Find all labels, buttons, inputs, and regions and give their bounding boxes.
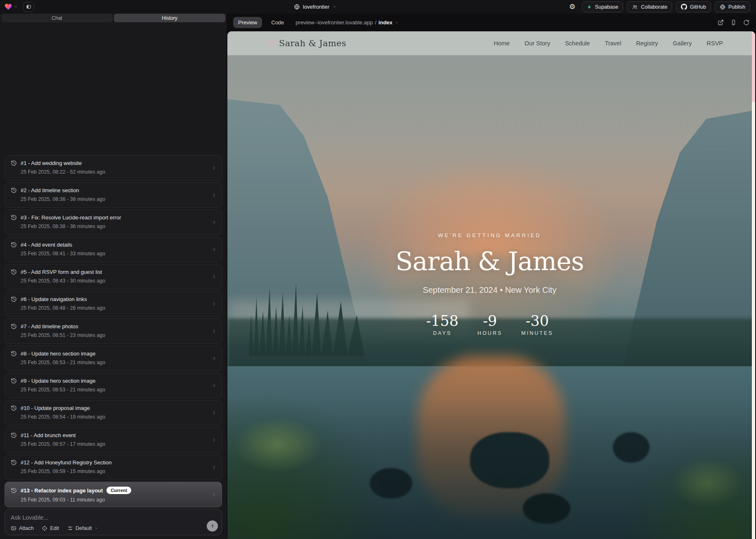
site-nav-link[interactable]: Registry <box>636 40 658 47</box>
panel-left-icon <box>26 4 31 10</box>
topbar-left-cluster <box>0 2 34 12</box>
history-item-title: #12 - Add Honeyfund Registry Section <box>21 459 111 466</box>
chevron-down-icon <box>395 21 399 25</box>
composer: Ask Lovable... Attach Edit Default <box>5 509 222 535</box>
open-in-new-tab-button[interactable] <box>718 19 724 26</box>
supabase-button[interactable]: Supabase <box>582 1 623 12</box>
site-nav-link[interactable]: Home <box>494 40 510 47</box>
history-clock-icon <box>11 296 17 302</box>
history-item[interactable]: #4 - Add event details 25 Feb 2025, 08:4… <box>5 237 222 262</box>
history-item-title: #4 - Add event details <box>21 242 72 248</box>
publish-button[interactable]: Publish <box>715 1 750 12</box>
edit-label: Edit <box>50 525 59 531</box>
site-header: Sarah & James HomeOur StoryScheduleTrave… <box>227 31 752 55</box>
preview-toolbar: Preview Code preview--lovefrontier.lovab… <box>227 14 756 31</box>
settings-button[interactable]: ⚙ <box>567 2 578 12</box>
history-clock-icon <box>11 269 17 275</box>
chevron-right-icon <box>211 192 217 198</box>
history-item[interactable]: #13 - Refactor index page layoutCurrent … <box>5 482 222 507</box>
history-item-timestamp: 25 Feb 2025, 09:03 - 11 minutes ago <box>21 497 207 503</box>
history-item[interactable]: #1 - Add wedding website 25 Feb 2025, 08… <box>5 155 222 181</box>
history-item[interactable]: #10 - Update proposal image 25 Feb 2025,… <box>5 400 222 426</box>
countdown-unit: -30MINUTES <box>521 314 553 336</box>
site-nav: HomeOur StoryScheduleTravelRegistryGalle… <box>494 40 723 47</box>
preview-scrollbar-thumb[interactable] <box>752 32 755 102</box>
refresh-button[interactable] <box>743 19 749 26</box>
history-clock-icon <box>11 323 17 330</box>
countdown-unit: -9HOURS <box>477 314 502 336</box>
project-name: lovefrontier <box>303 4 329 10</box>
external-link-icon <box>718 19 724 26</box>
globe-icon <box>294 4 300 10</box>
history-item[interactable]: #8 - Update hero section image 25 Feb 20… <box>5 346 222 371</box>
gear-icon: ⚙ <box>569 2 575 11</box>
history-item[interactable]: #2 - Add timeline section 25 Feb 2025, 0… <box>5 182 222 208</box>
chevron-down-icon <box>14 5 18 9</box>
chevron-right-icon <box>211 301 217 307</box>
preview-url[interactable]: preview--lovefrontier.lovable.app / inde… <box>295 19 399 26</box>
collaborate-button[interactable]: Collaborate <box>627 1 672 12</box>
arrow-up-icon <box>210 523 215 529</box>
tab-history[interactable]: History <box>114 14 225 22</box>
history-item[interactable]: #3 - Fix: Resolve Lucide-react import er… <box>5 209 222 235</box>
history-item-timestamp: 25 Feb 2025, 08:57 - 17 minutes ago <box>21 441 207 447</box>
preview-panel: Preview Code preview--lovefrontier.lovab… <box>227 14 756 539</box>
history-item-title: #8 - Update hero section image <box>21 351 95 357</box>
history-clock-icon <box>11 378 17 384</box>
chevron-right-icon <box>211 328 217 334</box>
tab-chat[interactable]: Chat <box>1 14 113 22</box>
preview-url-separator: / <box>375 19 376 26</box>
chevron-down-icon <box>94 526 99 530</box>
mode-selector[interactable]: Default <box>67 525 99 531</box>
composer-actions: Attach Edit Default <box>11 525 99 531</box>
countdown-label: MINUTES <box>521 330 553 336</box>
site-nav-link[interactable]: Gallery <box>673 40 692 47</box>
history-item[interactable]: #6 - Update navigation links 25 Feb 2025… <box>5 291 222 317</box>
sliders-icon <box>67 525 73 531</box>
history-item[interactable]: #11 - Add brunch event 25 Feb 2025, 08:5… <box>5 427 222 453</box>
hero-title: Sarah & James <box>395 249 584 274</box>
users-icon <box>632 4 638 10</box>
history-item-title: #1 - Add wedding website <box>21 160 82 166</box>
project-switcher[interactable]: lovefrontier <box>294 0 337 14</box>
sidebar-toggle-button[interactable] <box>23 2 34 12</box>
history-item-timestamp: 25 Feb 2025, 08:59 - 15 minutes ago <box>21 468 207 474</box>
hero-eyebrow: WE'RE GETTING MARRIED <box>438 232 541 238</box>
mobile-view-button[interactable] <box>730 19 737 26</box>
lovable-logo-menu[interactable] <box>4 3 18 11</box>
history-item-title: #7 - Add timeline photos <box>21 323 78 330</box>
tab-preview[interactable]: Preview <box>233 17 262 28</box>
preview-scrollbar[interactable] <box>752 31 755 539</box>
site-nav-link[interactable]: Travel <box>605 40 621 47</box>
image-icon <box>11 525 17 531</box>
history-item[interactable]: #9 - Update hero section image 25 Feb 20… <box>5 373 222 398</box>
history-item[interactable]: #12 - Add Honeyfund Registry Section 25 … <box>5 454 222 480</box>
github-button[interactable]: GitHub <box>676 1 711 12</box>
preview-url-host: preview--lovefrontier.lovable.app <box>295 19 373 26</box>
ask-lovable-input[interactable]: Ask Lovable... <box>11 514 216 521</box>
history-item[interactable]: #7 - Add timeline photos 25 Feb 2025, 08… <box>5 318 222 344</box>
history-item-title: #9 - Update hero section image <box>21 378 95 384</box>
smartphone-icon <box>730 19 737 26</box>
site-nav-link[interactable]: Schedule <box>565 40 590 47</box>
site-brand[interactable]: Sarah & James <box>267 38 346 48</box>
tab-code[interactable]: Code <box>269 19 286 26</box>
chevron-right-icon <box>211 274 217 280</box>
edit-button[interactable]: Edit <box>42 525 59 531</box>
history-item-timestamp: 25 Feb 2025, 08:53 - 21 minutes ago <box>21 387 207 393</box>
site-nav-link[interactable]: Our Story <box>524 40 550 47</box>
attach-button[interactable]: Attach <box>11 525 33 531</box>
mode-label: Default <box>76 525 92 531</box>
history-item-title: #3 - Fix: Resolve Lucide-react import er… <box>21 214 121 221</box>
chevron-right-icon <box>211 437 217 443</box>
history-item[interactable]: #5 - Add RSVP form and guest list 25 Feb… <box>5 264 222 290</box>
hero-countdown: -158DAYS-9HOURS-30MINUTES <box>426 314 553 336</box>
preview-tools <box>718 19 749 26</box>
heart-icon <box>267 39 275 47</box>
site-nav-link[interactable]: RSVP <box>707 40 723 47</box>
current-badge: Current <box>106 487 131 494</box>
globe-icon <box>720 4 725 10</box>
history-item-timestamp: 25 Feb 2025, 08:54 - 19 minutes ago <box>21 414 207 420</box>
github-icon <box>681 4 687 10</box>
send-button[interactable] <box>207 520 218 532</box>
